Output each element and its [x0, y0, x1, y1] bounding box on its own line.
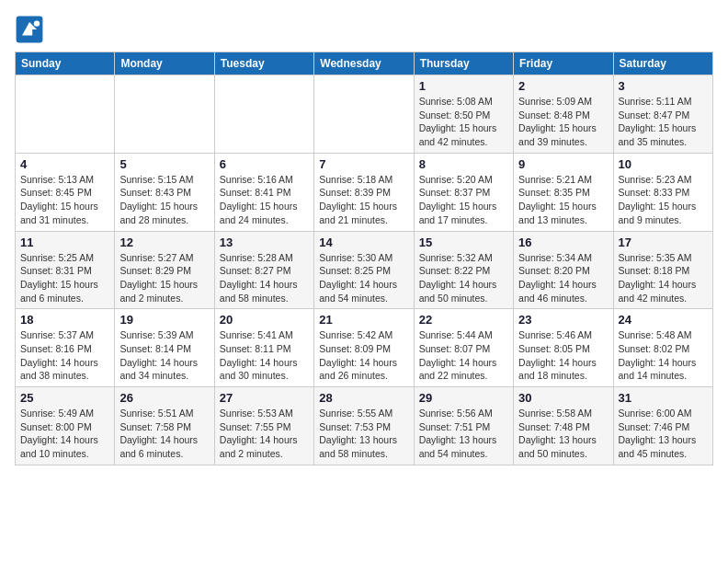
- calendar-cell: 14Sunrise: 5:30 AMSunset: 8:25 PMDayligh…: [314, 231, 414, 309]
- calendar-header: SundayMondayTuesdayWednesdayThursdayFrid…: [16, 52, 713, 75]
- day-number: 25: [20, 391, 109, 405]
- calendar-cell: 8Sunrise: 5:20 AMSunset: 8:37 PMDaylight…: [414, 153, 513, 231]
- day-number: 24: [619, 313, 708, 327]
- day-info: Sunrise: 5:30 AMSunset: 8:25 PMDaylight:…: [319, 251, 408, 305]
- calendar-cell: 19Sunrise: 5:39 AMSunset: 8:14 PMDayligh…: [115, 309, 214, 387]
- day-number: 19: [119, 313, 209, 327]
- calendar-cell: [115, 75, 214, 154]
- calendar-cell: 13Sunrise: 5:28 AMSunset: 8:27 PMDayligh…: [214, 231, 313, 309]
- calendar-cell: 7Sunrise: 5:18 AMSunset: 8:39 PMDaylight…: [314, 153, 414, 231]
- calendar-week-row: 1Sunrise: 5:08 AMSunset: 8:50 PMDaylight…: [16, 75, 713, 154]
- calendar-cell: 22Sunrise: 5:44 AMSunset: 8:07 PMDayligh…: [414, 309, 513, 387]
- calendar-cell: 20Sunrise: 5:41 AMSunset: 8:11 PMDayligh…: [214, 309, 313, 387]
- calendar-cell: 9Sunrise: 5:21 AMSunset: 8:35 PMDaylight…: [514, 153, 613, 231]
- day-number: 1: [419, 79, 508, 93]
- calendar-cell: 11Sunrise: 5:25 AMSunset: 8:31 PMDayligh…: [16, 231, 115, 309]
- day-info: Sunrise: 5:58 AMSunset: 7:48 PMDaylight:…: [518, 407, 608, 461]
- calendar-cell: 2Sunrise: 5:09 AMSunset: 8:48 PMDaylight…: [514, 75, 613, 154]
- day-number: 10: [619, 157, 708, 171]
- day-info: Sunrise: 5:56 AMSunset: 7:51 PMDaylight:…: [419, 407, 508, 461]
- calendar-cell: 24Sunrise: 5:48 AMSunset: 8:02 PMDayligh…: [613, 309, 712, 387]
- day-number: 12: [119, 236, 209, 249]
- day-info: Sunrise: 5:55 AMSunset: 7:53 PMDaylight:…: [319, 407, 408, 461]
- day-number: 22: [419, 313, 508, 327]
- calendar-cell: [314, 75, 414, 154]
- page-header: [15, 15, 713, 44]
- calendar-cell: 28Sunrise: 5:55 AMSunset: 7:53 PMDayligh…: [314, 387, 414, 465]
- calendar-cell: 17Sunrise: 5:35 AMSunset: 8:18 PMDayligh…: [613, 231, 712, 309]
- weekday-header-monday: Monday: [115, 52, 214, 75]
- day-number: 26: [119, 391, 209, 405]
- day-info: Sunrise: 5:27 AMSunset: 8:29 PMDaylight:…: [119, 251, 209, 305]
- calendar-cell: 10Sunrise: 5:23 AMSunset: 8:33 PMDayligh…: [613, 153, 712, 231]
- day-info: Sunrise: 5:41 AMSunset: 8:11 PMDaylight:…: [220, 328, 309, 383]
- calendar-cell: 26Sunrise: 5:51 AMSunset: 7:58 PMDayligh…: [115, 387, 214, 465]
- day-number: 21: [319, 313, 408, 327]
- day-info: Sunrise: 5:23 AMSunset: 8:33 PMDaylight:…: [619, 173, 708, 227]
- day-info: Sunrise: 5:39 AMSunset: 8:14 PMDaylight:…: [119, 328, 209, 383]
- day-info: Sunrise: 5:44 AMSunset: 8:07 PMDaylight:…: [419, 328, 508, 383]
- day-number: 13: [220, 236, 309, 249]
- day-info: Sunrise: 5:09 AMSunset: 8:48 PMDaylight:…: [518, 95, 608, 149]
- day-number: 28: [319, 391, 408, 405]
- day-info: Sunrise: 5:21 AMSunset: 8:35 PMDaylight:…: [518, 173, 608, 227]
- weekday-header-friday: Friday: [514, 52, 613, 75]
- calendar-cell: [16, 75, 115, 154]
- calendar-week-row: 11Sunrise: 5:25 AMSunset: 8:31 PMDayligh…: [16, 231, 713, 309]
- calendar-cell: 1Sunrise: 5:08 AMSunset: 8:50 PMDaylight…: [414, 75, 513, 154]
- day-info: Sunrise: 5:16 AMSunset: 8:41 PMDaylight:…: [220, 173, 309, 227]
- calendar-table: SundayMondayTuesdayWednesdayThursdayFrid…: [15, 52, 713, 465]
- weekday-header-row: SundayMondayTuesdayWednesdayThursdayFrid…: [16, 52, 713, 75]
- day-number: 18: [20, 313, 109, 327]
- day-info: Sunrise: 5:11 AMSunset: 8:47 PMDaylight:…: [619, 95, 708, 149]
- day-number: 11: [20, 236, 109, 249]
- day-number: 14: [319, 236, 408, 249]
- day-number: 5: [119, 157, 209, 171]
- day-info: Sunrise: 5:42 AMSunset: 8:09 PMDaylight:…: [319, 328, 408, 383]
- day-number: 27: [220, 391, 309, 405]
- day-info: Sunrise: 5:37 AMSunset: 8:16 PMDaylight:…: [20, 328, 109, 383]
- weekday-header-sunday: Sunday: [16, 52, 115, 75]
- calendar-week-row: 25Sunrise: 5:49 AMSunset: 8:00 PMDayligh…: [16, 387, 713, 465]
- day-number: 15: [419, 236, 508, 249]
- day-number: 3: [619, 79, 708, 93]
- day-number: 7: [319, 157, 408, 171]
- calendar-cell: 30Sunrise: 5:58 AMSunset: 7:48 PMDayligh…: [514, 387, 613, 465]
- calendar-week-row: 4Sunrise: 5:13 AMSunset: 8:45 PMDaylight…: [16, 153, 713, 231]
- calendar-cell: 23Sunrise: 5:46 AMSunset: 8:05 PMDayligh…: [514, 309, 613, 387]
- day-info: Sunrise: 5:49 AMSunset: 8:00 PMDaylight:…: [20, 407, 109, 461]
- calendar-cell: 15Sunrise: 5:32 AMSunset: 8:22 PMDayligh…: [414, 231, 513, 309]
- day-info: Sunrise: 5:32 AMSunset: 8:22 PMDaylight:…: [419, 251, 508, 305]
- day-number: 29: [419, 391, 508, 405]
- day-info: Sunrise: 5:48 AMSunset: 8:02 PMDaylight:…: [619, 328, 708, 383]
- calendar-cell: [214, 75, 313, 154]
- day-info: Sunrise: 5:25 AMSunset: 8:31 PMDaylight:…: [20, 251, 109, 305]
- day-info: Sunrise: 5:18 AMSunset: 8:39 PMDaylight:…: [319, 173, 408, 227]
- weekday-header-tuesday: Tuesday: [214, 52, 313, 75]
- day-info: Sunrise: 5:08 AMSunset: 8:50 PMDaylight:…: [419, 95, 508, 149]
- day-info: Sunrise: 5:13 AMSunset: 8:45 PMDaylight:…: [20, 173, 109, 227]
- calendar-cell: 12Sunrise: 5:27 AMSunset: 8:29 PMDayligh…: [115, 231, 214, 309]
- day-info: Sunrise: 5:20 AMSunset: 8:37 PMDaylight:…: [419, 173, 508, 227]
- calendar-cell: 18Sunrise: 5:37 AMSunset: 8:16 PMDayligh…: [16, 309, 115, 387]
- calendar-body: 1Sunrise: 5:08 AMSunset: 8:50 PMDaylight…: [16, 75, 713, 465]
- day-number: 31: [619, 391, 708, 405]
- weekday-header-thursday: Thursday: [414, 52, 513, 75]
- day-info: Sunrise: 5:15 AMSunset: 8:43 PMDaylight:…: [119, 173, 209, 227]
- calendar-cell: 3Sunrise: 5:11 AMSunset: 8:47 PMDaylight…: [613, 75, 712, 154]
- day-number: 8: [419, 157, 508, 171]
- day-number: 30: [518, 391, 608, 405]
- calendar-cell: 29Sunrise: 5:56 AMSunset: 7:51 PMDayligh…: [414, 387, 513, 465]
- svg-point-2: [34, 20, 40, 26]
- day-info: Sunrise: 5:51 AMSunset: 7:58 PMDaylight:…: [119, 407, 209, 461]
- calendar-cell: 16Sunrise: 5:34 AMSunset: 8:20 PMDayligh…: [514, 231, 613, 309]
- calendar-cell: 27Sunrise: 5:53 AMSunset: 7:55 PMDayligh…: [214, 387, 313, 465]
- calendar-cell: 4Sunrise: 5:13 AMSunset: 8:45 PMDaylight…: [16, 153, 115, 231]
- day-info: Sunrise: 5:46 AMSunset: 8:05 PMDaylight:…: [518, 328, 608, 383]
- day-info: Sunrise: 6:00 AMSunset: 7:46 PMDaylight:…: [619, 407, 708, 461]
- day-info: Sunrise: 5:53 AMSunset: 7:55 PMDaylight:…: [220, 407, 309, 461]
- calendar-cell: 31Sunrise: 6:00 AMSunset: 7:46 PMDayligh…: [613, 387, 712, 465]
- day-number: 9: [518, 157, 608, 171]
- day-number: 20: [220, 313, 309, 327]
- weekday-header-wednesday: Wednesday: [314, 52, 414, 75]
